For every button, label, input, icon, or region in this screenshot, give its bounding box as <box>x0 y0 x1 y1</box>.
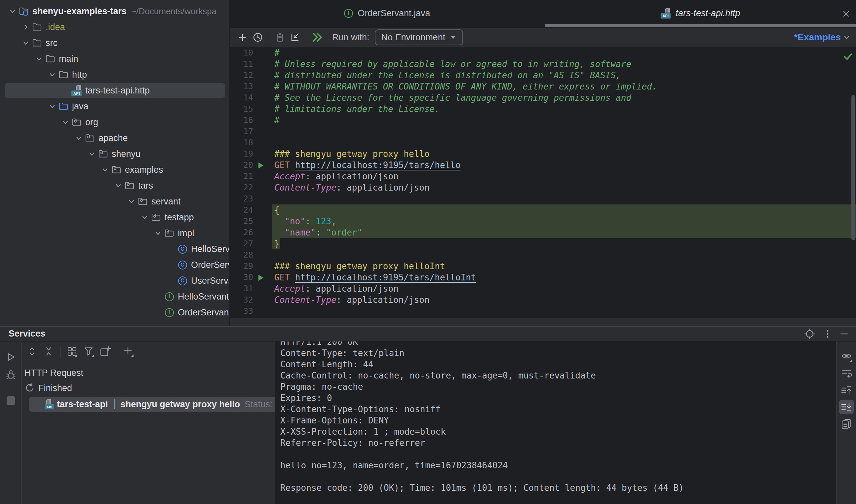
services-toolbar <box>22 342 275 361</box>
editor-line-15[interactable]: 15# limitations under the License. <box>230 103 856 114</box>
code-text: Content-Type: application/json <box>274 294 430 306</box>
tree-row-helloserva[interactable]: CHelloServa <box>0 241 229 257</box>
chevron-down-icon <box>48 70 56 79</box>
chevron-down-icon[interactable] <box>73 130 85 146</box>
scroll-to-source-icon[interactable] <box>802 327 817 341</box>
code-text: # Unless required by applicable law or a… <box>274 58 631 70</box>
tree-row-servant[interactable]: servant <box>0 194 229 210</box>
chevron-down-icon[interactable] <box>20 35 32 51</box>
tab-tars-test-api-http[interactable]: API tars-test-api.http <box>545 0 856 26</box>
tree-row-http[interactable]: http <box>0 67 229 83</box>
editor-line-31[interactable]: 31Accept: application/json <box>230 283 856 294</box>
tree-row-userserva[interactable]: CUserServa <box>0 273 229 289</box>
editor-line-19[interactable]: 19### shengyu getway proxy hello <box>230 148 856 160</box>
chevron-down-icon[interactable] <box>6 3 18 19</box>
chevron-right-icon[interactable] <box>20 19 32 35</box>
preview-eye-icon[interactable] <box>839 349 854 363</box>
editor-line-32[interactable]: 32Content-Type: application/json <box>230 294 856 306</box>
editor-line-11[interactable]: 11# Unless required by applicable law or… <box>230 58 856 70</box>
editor-line-26[interactable]: 26 "name": "order" <box>230 227 856 238</box>
scroll-to-top-icon[interactable] <box>839 383 854 398</box>
stop-icon[interactable] <box>4 393 18 408</box>
tree-row-tars-test-api-http[interactable]: APItars-test-api.http <box>0 83 229 98</box>
run-request-icon[interactable] <box>258 274 264 281</box>
panel-options-icon[interactable] <box>820 327 835 341</box>
editor-line-24[interactable]: 24{ <box>230 204 856 216</box>
editor-line-28[interactable]: 28 <box>230 249 856 260</box>
examples-dropdown[interactable]: *Examples <box>794 32 841 42</box>
chevron-down-icon[interactable] <box>46 98 58 114</box>
chevron-down-icon[interactable] <box>843 33 851 41</box>
scroll-to-end-icon[interactable] <box>839 400 854 414</box>
editor-line-17[interactable]: 17 <box>230 126 856 137</box>
open-in-new-tab-icon[interactable] <box>97 344 113 359</box>
editor-line-25[interactable]: 25 "no": 123, <box>230 216 856 227</box>
request-result-row[interactable]: API tars-test-api shengyu getway proxy h… <box>22 397 275 412</box>
editor-line-33[interactable]: 33 <box>230 306 856 317</box>
chevron-down-icon[interactable] <box>59 114 71 130</box>
editor-vertical-scrollbar[interactable] <box>851 95 855 240</box>
hide-panel-icon[interactable] <box>837 327 851 341</box>
tree-row-shenyu[interactable]: shenyu <box>0 146 229 162</box>
editor-line-20[interactable]: 20GET http://localhost:9195/tars/hello <box>230 160 856 171</box>
editor-line-27[interactable]: 27} <box>230 238 856 249</box>
expand-all-icon[interactable] <box>24 344 40 359</box>
run-all-requests-button[interactable] <box>310 30 325 45</box>
tab-orderservant-java[interactable]: I OrderServant.java <box>230 0 545 26</box>
tree-row-apache[interactable]: apache <box>0 130 229 146</box>
tree-row-java[interactable]: java <box>0 98 229 114</box>
chevron-down-icon[interactable] <box>33 51 45 67</box>
http-request-node[interactable]: HTTP Request <box>22 366 275 380</box>
clear-all-icon[interactable] <box>839 417 854 431</box>
editor-line-30[interactable]: 30GET http://localhost:9195/tars/helloIn… <box>230 272 856 283</box>
chevron-down-icon[interactable] <box>112 178 124 194</box>
copy-request-button[interactable] <box>272 30 287 45</box>
editor-line-23[interactable]: 23 <box>230 193 856 204</box>
run-request-icon[interactable] <box>258 162 264 169</box>
editor-line-10[interactable]: 10# <box>230 47 856 58</box>
tree-row-impl[interactable]: impl <box>0 225 229 241</box>
editor-line-13[interactable]: 13# WITHOUT WARRANTIES OR CONDITIONS OF … <box>230 81 856 92</box>
editor-line-22[interactable]: 22Content-Type: application/json <box>230 182 856 193</box>
chevron-down-icon[interactable] <box>152 225 164 241</box>
tree-row--idea[interactable]: .idea <box>0 19 229 35</box>
add-service-icon[interactable] <box>120 344 137 359</box>
tree-row-main[interactable]: main <box>0 51 229 67</box>
tree-row-tars[interactable]: tars <box>0 178 229 194</box>
editor-line-18[interactable]: 18 <box>230 137 856 148</box>
close-tab-icon[interactable] <box>841 9 851 18</box>
tree-item-label: OrderServant <box>178 307 229 318</box>
tree-row-testapp[interactable]: testapp <box>0 210 229 225</box>
tree-row-org[interactable]: org <box>0 114 229 130</box>
inspections-ok-icon[interactable] <box>843 52 853 61</box>
editor-line-16[interactable]: 16# <box>230 114 856 126</box>
chevron-down-icon[interactable] <box>99 162 111 178</box>
chevron-down-icon[interactable] <box>46 67 58 83</box>
run-icon[interactable] <box>4 350 18 364</box>
tree-row-examples[interactable]: examples <box>0 162 229 178</box>
editor-line-12[interactable]: 12# distributed under the License is dis… <box>230 70 856 81</box>
chevron-down-icon[interactable] <box>86 146 98 162</box>
filter-icon[interactable] <box>80 344 97 359</box>
history-button[interactable] <box>250 30 265 45</box>
group-by-icon[interactable] <box>64 344 80 359</box>
http-file-editor[interactable]: 10#11# Unless required by applicable law… <box>230 47 856 318</box>
tree-row-src[interactable]: src <box>0 35 229 51</box>
tree-row-shenyu-examples-tars[interactable]: shenyu-examples-tars~/Documents/workspa <box>0 3 229 19</box>
soft-wrap-icon[interactable] <box>839 366 854 380</box>
editor-line-29[interactable]: 29### shengyu getway proxy helloInt <box>230 260 856 272</box>
add-request-button[interactable] <box>235 30 250 45</box>
chevron-down-icon[interactable] <box>139 210 151 225</box>
tree-row-helloservant[interactable]: IHelloServant <box>0 289 229 305</box>
editor-line-21[interactable]: 21Accept: application/json <box>230 171 856 182</box>
chevron-down-icon[interactable] <box>126 194 138 210</box>
editor-line-14[interactable]: 14# See the License for the specific lan… <box>230 92 856 103</box>
import-log-button[interactable] <box>287 30 303 45</box>
tree-row-orderserv[interactable]: COrderServ <box>0 257 229 273</box>
debug-icon[interactable] <box>4 367 18 382</box>
collapse-all-icon[interactable] <box>40 344 57 359</box>
tree-row-orderservant[interactable]: IOrderServant <box>0 305 229 320</box>
response-console[interactable]: HTTP/1.1 200 OKContent-Type: text/plainC… <box>275 342 836 504</box>
environment-select[interactable]: No Environment <box>375 30 464 45</box>
finished-node[interactable]: Finished <box>22 381 275 395</box>
